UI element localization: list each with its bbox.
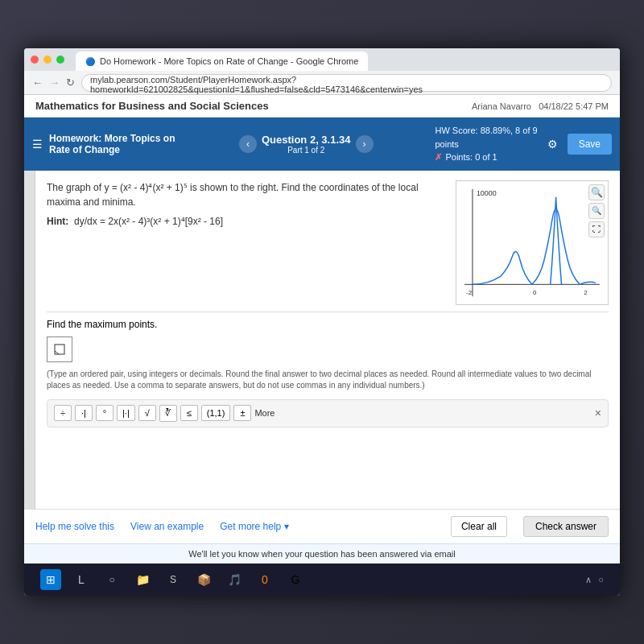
answer-input-row (47, 336, 609, 362)
course-title: Mathematics for Business and Social Scie… (35, 100, 269, 112)
taskbar-clock: ○ (598, 575, 604, 584)
homework-header: ☰ Homework: More Topics on Rate of Chang… (24, 118, 620, 171)
get-more-help-link[interactable]: Get more help ▾ (220, 521, 288, 532)
back-icon[interactable]: ← (32, 76, 43, 89)
question-label: Question 2, 3.1.34 Part 1 of 2 (262, 134, 351, 155)
refresh-icon[interactable]: ↻ (66, 76, 75, 89)
math-btn-abs[interactable]: |·| (117, 405, 135, 421)
check-answer-button[interactable]: Check answer (523, 516, 609, 537)
math-graph: 10000 -2 0 2 (456, 181, 608, 304)
answer-box[interactable] (47, 336, 72, 362)
notification-bar: We'll let you know when your question ha… (24, 543, 620, 564)
points-row: ✗ Points: 0 of 1 (435, 151, 537, 164)
answer-icon (53, 343, 66, 356)
find-max-section: Find the maximum points. (Type an ordere… (47, 319, 609, 391)
hw-score: HW Score: 88.89%, 8 of 9 (435, 124, 537, 138)
math-btn-cbrt[interactable]: ∛ (159, 405, 177, 422)
help-bar: Help me solve this View an example Get m… (24, 509, 620, 543)
hint-formula: dy/dx = 2x(x² - 4)³(x² + 1)⁴[9x² - 16] (72, 216, 223, 227)
taskbar-zero[interactable]: 0 (254, 569, 275, 590)
help-me-solve-link[interactable]: Help me solve this (35, 521, 114, 532)
find-max-label: Find the maximum points. (47, 319, 609, 330)
math-btn-pm[interactable]: ± (233, 405, 251, 421)
close-dot[interactable] (31, 56, 39, 64)
taskbar-s-icon[interactable]: S (163, 569, 184, 590)
windows-start-btn[interactable]: ⊞ (40, 569, 61, 590)
expand-btn[interactable]: ⛶ (588, 221, 605, 237)
question-nav: ‹ Question 2, 3.1.34 Part 1 of 2 › (187, 134, 425, 155)
svg-line-7 (55, 351, 59, 354)
taskbar-music[interactable]: 🎵 (224, 569, 245, 590)
more-button[interactable]: More (254, 408, 275, 418)
hw-title-section: ☰ Homework: More Topics on Rate of Chang… (32, 133, 177, 155)
prev-question-btn[interactable]: ‹ (239, 135, 257, 153)
svg-text:2: 2 (584, 289, 587, 296)
user-info: Ariana Navarro 04/18/22 5:47 PM (472, 101, 609, 111)
taskbar-discord[interactable]: 📦 (193, 569, 214, 590)
hw-score-sub: points (435, 138, 537, 151)
instruction-text: (Type an ordered pair, using integers or… (47, 369, 609, 391)
date-display: 04/18/22 5:47 PM (539, 101, 609, 111)
question-number: Question 2, 3.1.34 (262, 134, 351, 146)
graph-container: 10000 -2 0 2 🔍 🔍 ⛶ (456, 180, 609, 305)
taskbar-arrow-up: ∧ (585, 575, 592, 585)
svg-text:10000: 10000 (477, 188, 497, 196)
maximize-dot[interactable] (56, 56, 64, 64)
math-btn-fraction[interactable]: ÷ (54, 405, 72, 421)
math-btn-degree[interactable]: ° (96, 405, 114, 421)
url-bar[interactable]: mylab.pearson.com/Student/PlayerHomework… (81, 74, 612, 92)
question-body: The graph of y = (x² - 4)⁴(x² + 1)⁵ is s… (47, 182, 419, 208)
view-example-link[interactable]: View an example (130, 521, 204, 532)
divider (47, 312, 609, 312)
taskbar-file-explorer[interactable]: 📁 (132, 569, 153, 590)
taskbar-search-btn[interactable]: L (71, 569, 92, 590)
address-bar: ← → ↻ mylab.pearson.com/Student/PlayerHo… (24, 71, 620, 95)
math-btn-sqrt[interactable]: √ (138, 405, 156, 421)
notification-text: We'll let you know when your question ha… (188, 549, 455, 559)
username: Ariana Navarro (472, 101, 531, 111)
x-icon: ✗ (435, 151, 442, 164)
hw-title: Homework: More Topics on Rate of Change (49, 133, 175, 155)
save-button[interactable]: Save (568, 134, 612, 155)
windows-taskbar: ⊞ L ○ 📁 S 📦 🎵 (24, 564, 620, 596)
next-question-btn[interactable]: › (356, 135, 374, 153)
left-sidebar (24, 171, 35, 510)
browser-tab[interactable]: 🔵 Do Homework - More Topics on Rate of C… (76, 52, 368, 71)
menu-icon[interactable]: ☰ (32, 138, 43, 151)
taskbar-task-view[interactable]: ○ (101, 569, 122, 590)
svg-text:0: 0 (533, 289, 537, 296)
zoom-in-btn[interactable]: 🔍 (588, 184, 605, 200)
points-label: Points: 0 of 1 (445, 151, 497, 164)
zoom-out-btn[interactable]: 🔍 (588, 203, 605, 219)
math-btn-leq[interactable]: ≤ (180, 405, 198, 421)
site-header: Mathematics for Business and Social Scie… (24, 95, 620, 118)
clear-all-button[interactable]: Clear all (451, 516, 507, 537)
svg-rect-6 (55, 345, 64, 354)
score-section: HW Score: 88.89%, 8 of 9 points ✗ Points… (435, 124, 537, 164)
chrome-title-bar: 🔵 Do Homework - More Topics on Rate of C… (24, 48, 620, 71)
minimize-dot[interactable] (43, 56, 52, 64)
taskbar-chrome[interactable]: G (285, 569, 306, 590)
hw-title-line2: Rate of Change (49, 144, 175, 155)
math-toolbar: ÷ ·| ° |·| √ ∛ ≤ (1,1) ± More × (47, 399, 609, 427)
main-content: 10000 -2 0 2 🔍 🔍 ⛶ (24, 171, 620, 510)
forward-icon[interactable]: → (49, 76, 60, 89)
graph-controls: 🔍 🔍 ⛶ (588, 184, 605, 237)
question-part: Part 1 of 2 (262, 146, 351, 155)
svg-text:-2: -2 (466, 289, 472, 296)
math-btn-pair[interactable]: (1,1) (201, 405, 231, 421)
math-btn-dot[interactable]: ·| (75, 405, 93, 421)
taskbar-right: ∧ ○ (585, 575, 604, 585)
hw-title-line1: Homework: More Topics on (49, 133, 175, 144)
tab-title: Do Homework - More Topics on Rate of Cha… (100, 56, 358, 66)
toolbar-close-btn[interactable]: × (595, 407, 601, 419)
question-area: 10000 -2 0 2 🔍 🔍 ⛶ (35, 171, 620, 510)
settings-btn[interactable]: ⚙ (547, 138, 558, 151)
hint-label: Hint: (47, 216, 68, 227)
laptop-frame: 🔵 Do Homework - More Topics on Rate of C… (0, 0, 644, 644)
